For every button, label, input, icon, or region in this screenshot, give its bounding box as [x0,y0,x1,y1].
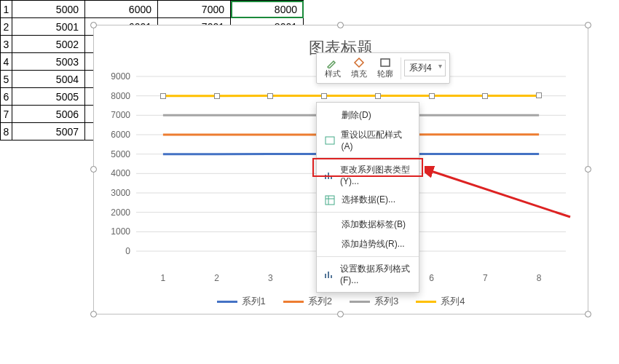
legend-swatch [350,301,370,303]
svg-rect-10 [381,59,390,66]
legend-label: 系列1 [242,295,266,308]
row-index: 7 [1,106,12,123]
series-format-mini-toolbar: 样式 填充 轮廓 系列4 [316,52,450,84]
x-tick-label: 3 [268,273,273,283]
cell[interactable]: 5002 [12,36,85,53]
legend-item[interactable]: 系列2 [283,295,332,308]
cell[interactable]: 5007 [12,123,85,141]
x-tick-label: 8 [537,273,542,283]
resize-handle[interactable] [90,166,97,173]
legend-item[interactable]: 系列4 [416,295,465,308]
y-tick-label: 1000 [101,226,130,237]
separator [401,58,401,79]
legend-label: 系列2 [308,295,332,308]
outline-icon [379,57,392,68]
cell[interactable]: 5003 [12,53,85,71]
cell[interactable]: 7000 [158,1,231,18]
y-tick-label: 9000 [101,71,130,82]
select-data-icon [324,195,336,205]
series-selection-marker[interactable] [214,93,220,99]
series-selection-marker[interactable] [536,92,542,98]
cell[interactable]: 5000 [12,1,85,18]
series-selection-marker[interactable] [267,93,273,99]
svg-rect-12 [326,196,334,205]
x-tick-label: 2 [214,273,219,283]
series-selection-marker[interactable] [375,93,381,99]
outline-button[interactable]: 轮廓 [373,55,398,81]
resize-handle[interactable] [585,166,591,173]
blank-icon [324,240,336,250]
chart-legend[interactable]: 系列1 系列2 系列3 系列4 [94,295,588,308]
y-tick-label: 2000 [101,207,130,218]
legend-label: 系列4 [441,295,465,308]
ctx-select-data[interactable]: 选择数据(E)... [317,190,419,210]
row-index: 8 [1,123,12,141]
row-index: 2 [1,18,12,36]
resize-handle[interactable] [337,311,344,317]
ctx-reset-style[interactable]: 重设以匹配样式(A) [317,125,419,155]
legend-item[interactable]: 系列3 [350,295,398,308]
cell[interactable]: 5005 [12,88,85,106]
legend-swatch [283,301,304,303]
separator [317,256,419,257]
legend-swatch [416,301,436,303]
legend-item[interactable]: 系列1 [217,295,266,308]
mini-btn-label: 轮廓 [377,68,393,79]
cell[interactable]: 5001 [12,18,85,36]
x-tick-label: 7 [483,273,488,283]
y-tick-label: 4000 [101,168,130,178]
row-index: 1 [1,1,12,18]
y-tick-label: 8000 [101,91,130,101]
row-index: 4 [1,53,12,71]
resize-handle[interactable] [585,311,591,317]
style-button[interactable]: 样式 [320,55,345,81]
row-index: 5 [1,71,12,88]
blank-icon [324,220,336,230]
resize-handle[interactable] [337,22,344,28]
cell[interactable]: 5004 [12,71,85,88]
blank-icon [324,111,336,121]
series-context-menu: 删除(D) 重设以匹配样式(A) 更改系列图表类型(Y)... 选择数据(E).… [316,102,419,293]
series-select-dropdown[interactable]: 系列4 [404,60,446,76]
row-index: 6 [1,88,12,106]
y-tick-label: 5000 [101,149,130,159]
y-tick-label: 3000 [101,188,130,198]
ctx-delete[interactable]: 删除(D) [317,106,419,125]
series-selection-marker[interactable] [160,93,166,99]
svg-rect-11 [326,137,334,144]
mini-btn-label: 填充 [351,68,367,79]
resize-handle[interactable] [90,22,97,28]
ctx-add-trendline[interactable]: 添加趋势线(R)... [317,234,419,254]
ctx-format-series[interactable]: 设置数据系列格式(F)... [317,259,419,289]
fill-button[interactable]: 填充 [347,55,371,81]
resize-handle[interactable] [585,22,591,28]
series-selection-marker[interactable] [321,93,327,99]
bucket-icon [352,57,366,68]
separator [317,157,419,158]
y-tick-label: 7000 [101,110,130,120]
format-icon [324,269,334,280]
x-tick-label: 1 [161,273,166,283]
cell[interactable]: 6000 [85,1,158,18]
row-index: 3 [1,36,12,53]
legend-label: 系列3 [374,295,398,308]
active-cell[interactable]: 8000 [231,1,304,18]
mini-btn-label: 样式 [325,68,341,79]
y-tick-label: 0 [101,246,130,256]
resize-handle[interactable] [90,311,97,317]
ctx-change-type[interactable]: 更改系列图表类型(Y)... [317,160,419,190]
x-tick-label: 6 [429,273,434,283]
legend-swatch [217,301,237,303]
brush-icon [326,57,339,68]
ctx-add-labels[interactable]: 添加数据标签(B) [317,215,419,234]
series-selection-marker[interactable] [482,93,488,99]
chart-type-icon [324,170,334,181]
y-tick-label: 6000 [101,130,130,140]
separator [317,212,419,213]
cell[interactable]: 5006 [12,106,85,123]
reset-icon [324,135,335,146]
series-selection-marker[interactable] [429,93,435,99]
